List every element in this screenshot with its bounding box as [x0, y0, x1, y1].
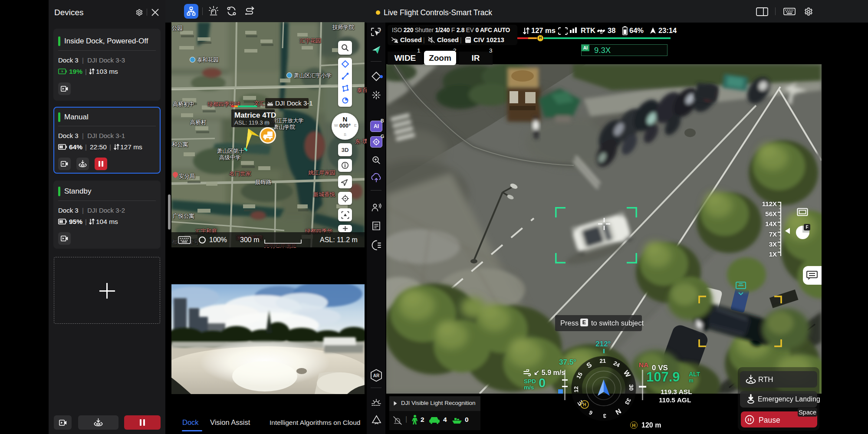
svg-text:21: 21: [599, 358, 606, 364]
svg-text:3: 3: [603, 413, 606, 419]
svg-text:V: V: [378, 29, 381, 33]
svg-text:12: 12: [573, 386, 579, 393]
svg-text:H: H: [583, 402, 586, 407]
svg-text:30: 30: [628, 384, 635, 391]
svg-text:AR: AR: [373, 373, 380, 378]
